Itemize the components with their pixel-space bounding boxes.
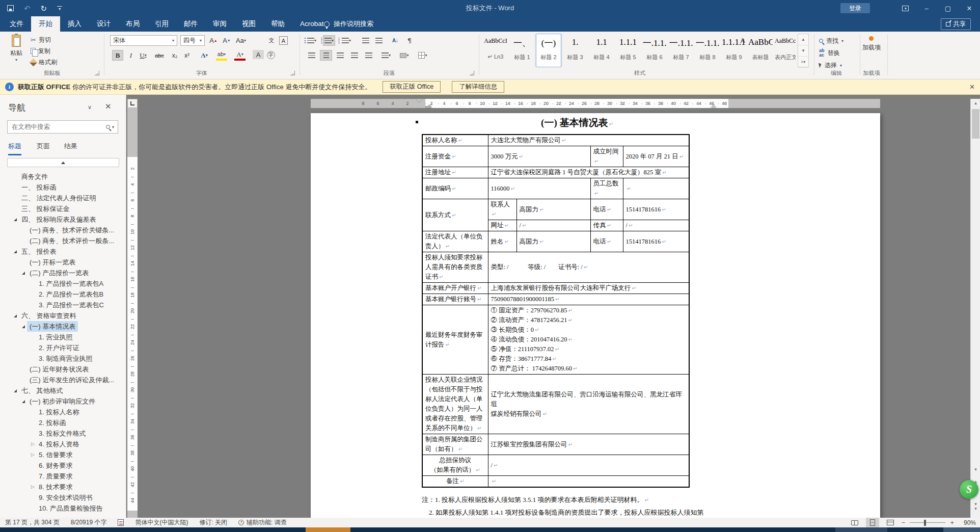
font-name-combobox[interactable]: 宋体▾ xyxy=(110,35,177,46)
nav-item[interactable]: (三) 近年发生的诉讼及仲裁... xyxy=(0,375,126,385)
cell-value[interactable]: 江苏银宝控股集团有限公司 xyxy=(488,434,689,455)
cell-value[interactable]: 2020 年 07 月 21 日 xyxy=(623,146,689,167)
cell-label[interactable]: 制造商所属的集团公 司（如有） xyxy=(422,434,488,455)
document-content[interactable]: (一) 基本情况表 投标人名称 大连北大荒物产有限公司 注册资金 3000 万元… xyxy=(422,116,738,532)
nav-item[interactable]: (一) 初步评审响应文件 xyxy=(0,396,126,407)
nav-item[interactable]: (二) 商务、技术评价一般条... xyxy=(0,235,126,246)
nav-item[interactable]: 七、 其他格式 xyxy=(0,385,126,396)
ribbon-tab-视图[interactable]: 视图 xyxy=(234,16,263,32)
collapse-arrow-icon[interactable] xyxy=(22,272,25,275)
decrease-indent-button[interactable] xyxy=(360,35,372,46)
assistant-floating-icon[interactable]: S xyxy=(960,480,978,499)
cell-value[interactable]: 上海浦东发展银行股份有限公司大连和平广场支行 xyxy=(488,283,689,294)
cell-value[interactable]: 116000 xyxy=(488,178,590,199)
paste-button[interactable]: 粘贴 ▾ xyxy=(5,35,28,68)
style-item[interactable]: AaBbCcDdE表内正文... xyxy=(774,34,796,67)
cell-value[interactable]: 类型: / 等级: / 证书号: / xyxy=(488,252,689,283)
cell-value-empty[interactable] xyxy=(623,178,689,199)
ribbon-tab-邮件[interactable]: 邮件 xyxy=(176,16,205,32)
nav-item[interactable]: 10. 产品质量检验报告 xyxy=(0,503,126,514)
collapse-arrow-icon[interactable] xyxy=(22,325,25,328)
cell-key[interactable]: 姓名 xyxy=(488,231,516,252)
ribbon-tab-file[interactable]: 文件 xyxy=(2,16,31,32)
cell-value[interactable]: 辽宁北大荒物流集团有限公司、营口沿海运输有限公司、黑龙江省珲垣 煤炭经销有限公司 xyxy=(488,375,689,434)
nav-item[interactable]: 四、 投标响应表及偏差表 xyxy=(0,214,126,225)
get-genuine-office-button[interactable]: 获取正版 Office xyxy=(383,81,441,93)
nav-item[interactable]: 7. 质量要求 xyxy=(0,471,126,482)
cell-value[interactable]: 高国力 xyxy=(516,199,590,220)
cell-label[interactable]: 基本账户开户银行 xyxy=(422,283,488,294)
cell-label[interactable]: 注册资金 xyxy=(422,146,488,167)
cell-label[interactable]: 投标人须知要求投标 人需具有的各类资质 证书 xyxy=(422,252,488,283)
nav-item[interactable]: 三、 投标保证金 xyxy=(0,203,126,214)
document-page[interactable]: (一) 基本情况表 投标人名称 大连北大荒物产有限公司 注册资金 3000 万元… xyxy=(311,113,880,518)
line-spacing-button[interactable]: ▾ xyxy=(380,50,392,61)
cell-value[interactable]: 3000 万元 xyxy=(488,146,590,167)
zoom-out-button[interactable]: − xyxy=(902,518,906,527)
nav-item[interactable]: 2. 投标函 xyxy=(0,417,126,428)
collapse-arrow-icon[interactable] xyxy=(14,389,17,392)
strikethrough-button[interactable]: abc xyxy=(154,50,165,61)
scroll-up-icon[interactable]: ▲ xyxy=(971,99,980,108)
bullets-button[interactable]: ▾ xyxy=(306,35,318,46)
proofing-status-icon[interactable] xyxy=(118,519,124,526)
distribute-button[interactable] xyxy=(363,50,375,61)
gallery-more-icon[interactable]: ≡▾ xyxy=(798,57,808,68)
scrollbar-thumb[interactable] xyxy=(972,109,979,139)
numbering-button[interactable]: ▾ xyxy=(323,35,335,46)
word-count[interactable]: 8/20919 个字 xyxy=(71,518,107,527)
nav-tab-pages[interactable]: 页面 xyxy=(37,142,50,154)
nav-item[interactable]: 9. 安全技术说明书 xyxy=(0,492,126,503)
subscript-button[interactable]: x₂ xyxy=(169,50,180,61)
web-layout-button[interactable] xyxy=(884,518,897,527)
zoom-slider[interactable] xyxy=(910,522,945,523)
underline-button[interactable]: U▾ xyxy=(138,50,149,61)
nav-item[interactable]: 五、 报价表 xyxy=(0,246,126,257)
cell-label[interactable]: 法定代表人（单位负 责人） xyxy=(422,231,488,252)
font-dialog-launcher-icon[interactable] xyxy=(290,71,295,75)
phonetic-guide-button[interactable]: 文 xyxy=(266,35,277,46)
sort-button[interactable]: A↓ xyxy=(389,35,401,46)
style-item[interactable]: 1.1.1标题 5 xyxy=(615,34,641,67)
nav-item[interactable]: 3. 制造商营业执照 xyxy=(0,353,126,364)
text-effects-button[interactable]: A▾ xyxy=(199,50,210,61)
print-layout-button[interactable] xyxy=(866,518,879,527)
align-left-button[interactable] xyxy=(306,50,318,61)
nav-item[interactable]: ▷5. 信誉要求 xyxy=(0,449,126,460)
close-warning-icon[interactable]: ✕ xyxy=(969,83,975,91)
cell-value[interactable]: 辽宁省大连保税区洞庭路 1 号自贸大厦（原石化大厦）825 室 xyxy=(488,167,689,178)
accessibility-status[interactable]: 辅助功能: 调查 xyxy=(247,518,287,527)
nav-tab-headings[interactable]: 标题 xyxy=(8,142,21,155)
horizontal-ruler[interactable]: 8642246810121416182022242628303234363840… xyxy=(311,99,880,108)
search-icon[interactable] xyxy=(106,125,110,129)
cell-value[interactable]: 75090078801900001185 xyxy=(488,294,689,305)
track-changes-indicator[interactable]: 修订: 关闭 xyxy=(199,518,227,527)
grow-font-button[interactable]: A▲ xyxy=(208,35,219,46)
basic-info-table[interactable]: 投标人名称 大连北大荒物产有限公司 注册资金 3000 万元 成立时间 2020… xyxy=(422,134,690,488)
style-item[interactable]: 一.1.1.标题 7 xyxy=(668,34,694,67)
select-button[interactable]: 选择▾ xyxy=(819,60,842,70)
ribbon-tab-审阅[interactable]: 审阅 xyxy=(205,16,234,32)
clipboard-dialog-launcher-icon[interactable] xyxy=(95,71,99,75)
first-line-indent-marker[interactable] xyxy=(417,99,422,105)
gallery-up-icon[interactable]: ▲ xyxy=(798,34,808,45)
nav-item[interactable]: 1. 投标人名称 xyxy=(0,407,126,417)
cell-value[interactable]: 大连北大荒物产有限公司 xyxy=(488,135,689,146)
zoom-level[interactable]: 90% xyxy=(959,519,976,526)
change-case-button[interactable]: Aa▾ xyxy=(235,35,247,46)
close-button[interactable]: ✕ xyxy=(959,0,980,16)
font-color-button[interactable]: A▾ xyxy=(234,50,246,61)
ribbon-tab-设计[interactable]: 设计 xyxy=(89,16,118,32)
read-mode-button[interactable] xyxy=(848,518,861,527)
format-painter-button[interactable]: 格式刷 xyxy=(31,57,57,67)
borders-button[interactable]: ▾ xyxy=(417,50,429,61)
cell-key[interactable]: 成立时间 xyxy=(590,146,623,167)
ribbon-tab-布局[interactable]: 布局 xyxy=(118,16,147,32)
expand-arrow-icon[interactable]: ▷ xyxy=(31,449,35,460)
style-item[interactable]: 1.标题 3 xyxy=(562,34,588,67)
nav-item[interactable]: 商务文件 xyxy=(0,171,126,182)
highlight-color-button[interactable]: ab▾ xyxy=(216,50,227,61)
nav-item[interactable]: (二) 产品报价一览表 xyxy=(0,268,126,278)
font-size-combobox[interactable]: 四号▾ xyxy=(180,35,205,46)
find-button[interactable]: 查找▾ xyxy=(819,36,843,46)
